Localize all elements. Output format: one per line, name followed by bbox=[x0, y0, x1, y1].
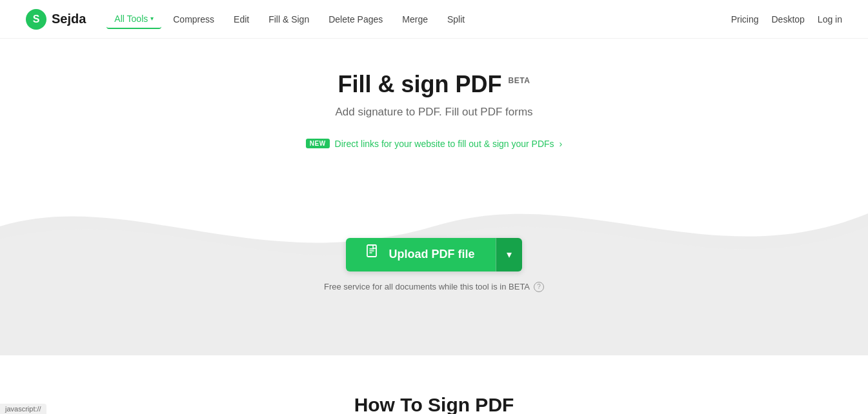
wave-section: Upload PDF file ▾ Free service for all d… bbox=[0, 175, 868, 355]
all-tools-arrow-icon: ▾ bbox=[150, 15, 154, 22]
status-bar: javascript:// bbox=[0, 404, 46, 414]
nav-right: Pricing Desktop Log in bbox=[731, 14, 842, 25]
nav-item-compress[interactable]: Compress bbox=[165, 10, 222, 28]
upload-pdf-button[interactable]: Upload PDF file bbox=[346, 238, 495, 271]
new-banner-text: Direct links for your website to fill ou… bbox=[335, 139, 554, 149]
logo-icon: S bbox=[26, 9, 46, 30]
nav-item-fill-sign[interactable]: Fill & Sign bbox=[261, 10, 317, 28]
dropdown-arrow-icon: ▾ bbox=[507, 248, 512, 261]
logo-text: Sejda bbox=[52, 12, 86, 26]
nav-pricing[interactable]: Pricing bbox=[731, 14, 759, 25]
wave-content: Upload PDF file ▾ Free service for all d… bbox=[324, 238, 544, 292]
nav-item-merge[interactable]: Merge bbox=[394, 10, 436, 28]
free-service-area: Free service for all documents while thi… bbox=[324, 282, 544, 292]
chevron-right-icon: › bbox=[560, 139, 563, 149]
nav-item-split[interactable]: Split bbox=[439, 10, 472, 28]
how-to-title: How To Sign PDF bbox=[0, 394, 868, 415]
pdf-file-icon bbox=[367, 244, 381, 264]
page-title: Fill & sign PDF bbox=[338, 71, 502, 98]
how-to-section: How To Sign PDF bbox=[0, 394, 868, 415]
new-badge: NEW bbox=[306, 139, 330, 148]
nav-login[interactable]: Log in bbox=[818, 14, 842, 25]
status-bar-text: javascript:// bbox=[5, 405, 41, 413]
new-banner[interactable]: NEW Direct links for your website to fil… bbox=[306, 139, 563, 149]
nav-item-edit[interactable]: Edit bbox=[226, 10, 257, 28]
nav-item-delete-pages[interactable]: Delete Pages bbox=[321, 10, 390, 28]
main-nav: All Tools ▾ Compress Edit Fill & Sign De… bbox=[106, 10, 731, 29]
logo[interactable]: S Sejda bbox=[26, 9, 86, 30]
upload-dropdown-button[interactable]: ▾ bbox=[496, 238, 522, 271]
help-icon[interactable]: ? bbox=[534, 282, 544, 292]
nav-desktop[interactable]: Desktop bbox=[771, 14, 804, 25]
nav-item-all-tools[interactable]: All Tools ▾ bbox=[106, 10, 161, 29]
title-area: Fill & sign PDF BETA bbox=[0, 71, 868, 98]
upload-button-group: Upload PDF file ▾ bbox=[346, 238, 521, 271]
free-service-text: Free service for all documents while thi… bbox=[324, 282, 530, 291]
upload-button-label: Upload PDF file bbox=[389, 248, 474, 261]
beta-badge: BETA bbox=[509, 76, 530, 85]
page-subtitle: Add signature to PDF. Fill out PDF forms bbox=[0, 106, 868, 119]
